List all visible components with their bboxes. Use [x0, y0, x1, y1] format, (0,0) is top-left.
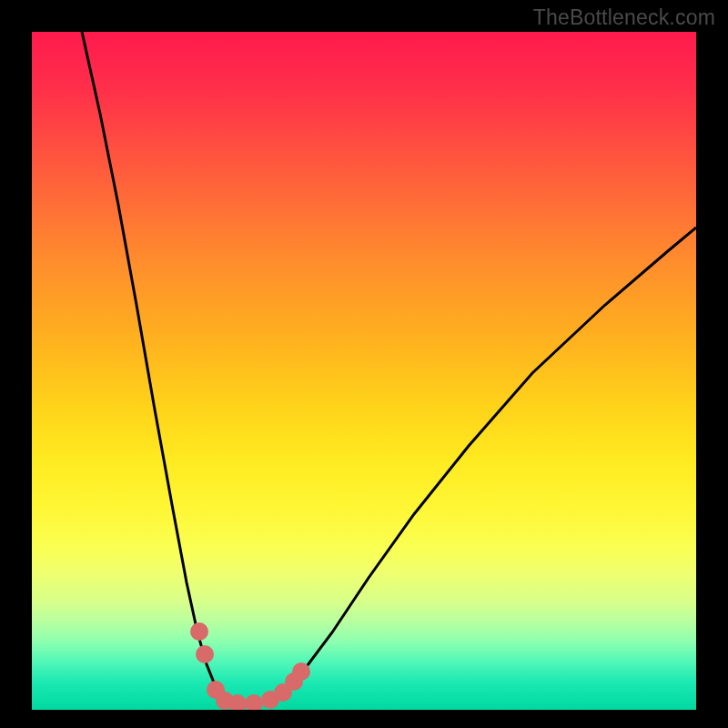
bottleneck-curve-right — [246, 228, 696, 703]
chart-frame: TheBottleneck.com — [0, 0, 728, 728]
highlight-dot — [292, 662, 310, 681]
highlight-dot — [190, 622, 208, 641]
watermark-text: TheBottleneck.com — [533, 5, 715, 30]
bottleneck-curve-left — [82, 32, 246, 703]
plot-area — [32, 32, 696, 710]
highlight-dot — [245, 694, 263, 710]
highlight-dot — [196, 645, 214, 663]
curve-svg — [32, 32, 696, 710]
